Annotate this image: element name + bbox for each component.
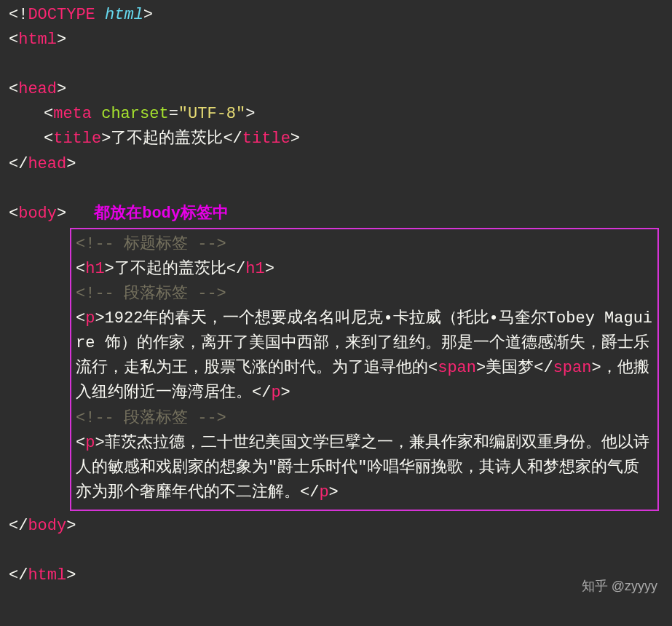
body-open: <body> xyxy=(9,202,66,226)
doctype-line: <!DOCTYPE html> xyxy=(9,3,663,28)
title-line: <title>了不起的盖茨比</title> xyxy=(9,127,663,151)
meta-line: <meta charset="UTF-8"> xyxy=(9,102,663,127)
watermark: 知乎 @zyyyy xyxy=(582,577,657,597)
html-open: <html> xyxy=(9,28,663,52)
html-close: </html> xyxy=(9,563,663,588)
head-open: <head> xyxy=(9,77,663,102)
p1-line: <p>1922年的春天，一个想要成名名叫尼克•卡拉威（托比•马奎尔Tobey M… xyxy=(76,306,653,405)
p2-line: <p>菲茨杰拉德，二十世纪美国文学巨擘之一，兼具作家和编剧双重身份。他以诗人的敏… xyxy=(76,431,653,505)
h1-line: <h1>了不起的盖茨比</h1> xyxy=(76,257,653,282)
annotation-text: 都放在body标签中 xyxy=(94,202,229,226)
head-close: </head> xyxy=(9,152,663,177)
comment-para1: <!-- 段落标签 --> xyxy=(76,282,653,306)
comment-title: <!-- 标题标签 --> xyxy=(76,232,653,257)
body-close: </body> xyxy=(9,514,663,539)
body-content-box: <!-- 标题标签 --> <h1>了不起的盖茨比</h1> <!-- 段落标签… xyxy=(70,228,659,511)
comment-para2: <!-- 段落标签 --> xyxy=(76,406,653,431)
